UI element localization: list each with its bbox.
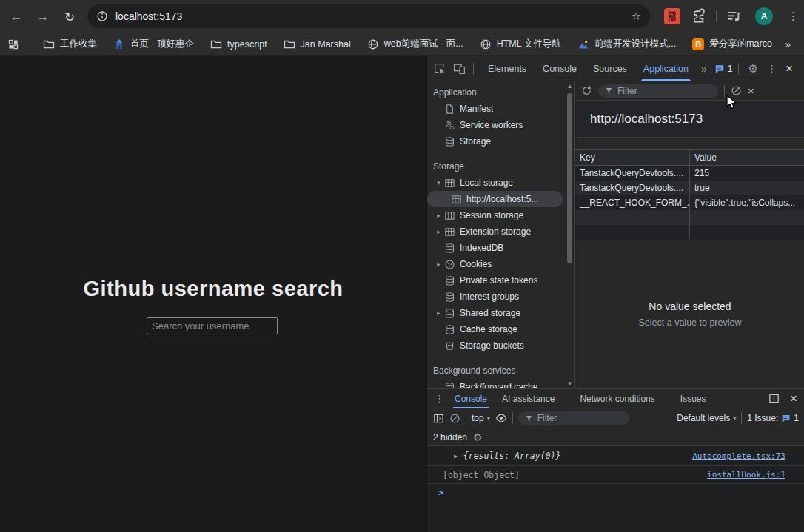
context-selector[interactable]: top ▾: [472, 413, 490, 423]
bookmark-item[interactable]: B 爱分享的marco: [684, 36, 780, 53]
sidebar-item-extension-storage[interactable]: ▸ Extension storage: [427, 223, 565, 240]
scrollbar-thumb[interactable]: [567, 93, 572, 263]
clear-console-icon[interactable]: [449, 413, 460, 424]
bookmarks-overflow-icon[interactable]: »: [785, 38, 797, 50]
bookmark-item[interactable]: HTML 文件导航: [472, 36, 569, 53]
sidebar-item-cookies[interactable]: ▸ Cookies: [427, 256, 565, 272]
application-sidebar: Application Manifest Service workers Sto…: [427, 81, 565, 388]
url-text[interactable]: localhost:5173: [115, 10, 624, 22]
console-filter-input[interactable]: [537, 413, 612, 423]
browser-menu-icon[interactable]: ⋮: [788, 10, 799, 23]
sidebar-item-interest-groups[interactable]: Interest groups: [427, 289, 565, 305]
split-panel-icon[interactable]: [768, 393, 780, 404]
devtools-menu-icon[interactable]: ⋮: [764, 63, 780, 74]
media-controls-icon[interactable]: [727, 9, 742, 24]
storage-toolbar-separator: [724, 85, 725, 97]
extensions-puzzle-icon[interactable]: [691, 8, 707, 24]
refresh-icon[interactable]: [581, 85, 592, 96]
console-settings-gear-icon[interactable]: ⚙: [473, 431, 483, 443]
sidebar-item-cache-storage[interactable]: Cache storage: [427, 321, 565, 337]
storage-filter-input[interactable]: [617, 86, 691, 96]
funnel-icon: [525, 414, 533, 422]
storage-origin-header: http://localhost:5173: [575, 100, 804, 138]
tab-ai-assistance[interactable]: AI assistance: [495, 389, 562, 408]
sidebar-item-session-storage[interactable]: ▸ Session storage: [427, 207, 565, 223]
bookmark-item[interactable]: 工作收集: [35, 36, 105, 53]
sidebar-item-storage[interactable]: Storage: [427, 133, 565, 149]
console-filter[interactable]: [518, 411, 629, 425]
inspect-element-icon[interactable]: [433, 62, 446, 75]
bookmark-item[interactable]: Jan Marshal: [275, 36, 359, 53]
manifest-file-icon: [444, 104, 455, 115]
tab-drawer-console[interactable]: Console: [447, 389, 495, 408]
scroll-down-icon[interactable]: ▼: [565, 380, 574, 387]
back-button[interactable]: ←: [9, 10, 24, 24]
chevron-down-icon[interactable]: ▾: [433, 179, 444, 186]
table-row[interactable]: __REACT_HOOK_FORM_... {"visible":true,"i…: [575, 195, 804, 210]
forward-button[interactable]: →: [36, 10, 50, 24]
sidebar-item-manifest[interactable]: Manifest: [427, 101, 565, 117]
reload-button[interactable]: ↻: [62, 10, 77, 25]
sidebar-item-shared-storage[interactable]: ▸ Shared storage: [427, 305, 565, 321]
console-sidebar-icon[interactable]: [433, 413, 444, 424]
sidebar-item-private-state-tokens[interactable]: Private state tokens: [427, 272, 565, 289]
column-value[interactable]: Value: [690, 150, 804, 165]
tab-sources[interactable]: Sources: [586, 56, 634, 81]
drawer-menu-icon[interactable]: ⋮: [432, 393, 447, 404]
console-log-entry[interactable]: [object Object] installHook.js:1: [427, 466, 804, 484]
profile-avatar[interactable]: A: [755, 7, 773, 25]
bookmark-item[interactable]: 首页 - 顶好惠企: [105, 36, 202, 53]
react-devtools-extension-icon[interactable]: [664, 8, 680, 24]
console-prompt[interactable]: >: [427, 484, 804, 502]
apps-grid-icon[interactable]: [7, 38, 19, 50]
tab-application[interactable]: Application: [637, 56, 695, 81]
settings-gear-icon[interactable]: ⚙: [745, 62, 760, 75]
clear-all-icon[interactable]: [731, 85, 742, 96]
live-expression-eye-icon[interactable]: [495, 412, 507, 424]
bookmark-item[interactable]: 前端开发设计模式...: [569, 36, 684, 53]
sidebar-item-indexeddb[interactable]: IndexedDB: [427, 240, 565, 256]
storage-filter[interactable]: [598, 84, 718, 98]
table-row[interactable]: TanstackQueryDevtools.... true: [575, 181, 804, 195]
chevron-right-icon[interactable]: ▸: [433, 228, 444, 235]
column-key[interactable]: Key: [575, 150, 690, 165]
tab-network-conditions[interactable]: Network conditions: [572, 389, 662, 408]
chevron-right-icon[interactable]: ▸: [433, 309, 444, 317]
chevron-right-icon[interactable]: ▸: [433, 260, 444, 268]
chevron-right-icon[interactable]: ▸: [433, 212, 444, 219]
site-info-icon[interactable]: [96, 10, 108, 22]
issues-counter[interactable]: 1: [714, 64, 733, 74]
username-search-input[interactable]: [147, 317, 278, 334]
bookmark-item[interactable]: typescript: [202, 36, 275, 53]
scroll-up-icon[interactable]: ▲: [565, 83, 574, 90]
log-levels-selector[interactable]: Default levels ▾: [677, 413, 736, 423]
address-bar[interactable]: localhost:5173 ☆: [87, 4, 650, 28]
delete-selected-icon[interactable]: ×: [748, 84, 754, 97]
bookmark-item[interactable]: web前端面试 - 面...: [359, 36, 472, 53]
bookmarks-bar: 工作收集 首页 - 顶好惠企 typescript Jan Marshal we…: [0, 33, 804, 56]
issues-link[interactable]: 1 Issue: 1: [747, 413, 799, 423]
sidebar-item-local-storage[interactable]: ▾ Local storage: [427, 175, 565, 191]
globe-icon: [480, 38, 492, 50]
drawer-close-icon[interactable]: ×: [787, 391, 800, 406]
expand-triangle-icon[interactable]: ▶: [454, 453, 458, 459]
tab-console[interactable]: Console: [536, 56, 583, 81]
sidebar-item-storage-buckets[interactable]: Storage buckets: [427, 337, 565, 354]
bookmark-star-icon[interactable]: ☆: [632, 10, 641, 23]
device-toolbar-icon[interactable]: [453, 62, 466, 75]
sidebar-scrollbar[interactable]: ▲ ▼: [565, 81, 574, 388]
sidebar-item-localhost-storage[interactable]: http://localhost:5...: [427, 191, 563, 207]
tab-elements[interactable]: Elements: [481, 56, 533, 81]
console-toolbar: top ▾ Default levels ▾ 1 Issue: 1: [427, 408, 804, 428]
tab-issues[interactable]: Issues: [673, 389, 714, 408]
issues-bubble-icon: [714, 64, 725, 74]
console-log-entry[interactable]: ▶ {results: Array(0)} Autocomplete.tsx:7…: [427, 446, 804, 466]
source-link[interactable]: installHook.js:1: [707, 470, 785, 479]
sidebar-item-service-workers[interactable]: Service workers: [427, 117, 565, 133]
source-link[interactable]: Autocomplete.tsx:73: [692, 451, 785, 461]
prompt-chevron-icon: >: [438, 488, 443, 498]
table-row[interactable]: TanstackQueryDevtools.... 215: [575, 166, 804, 181]
more-tabs-icon[interactable]: »: [698, 63, 710, 75]
devtools-close-icon[interactable]: ×: [783, 61, 796, 76]
sidebar-item-back-forward-cache[interactable]: Back/forward cache: [427, 379, 565, 388]
